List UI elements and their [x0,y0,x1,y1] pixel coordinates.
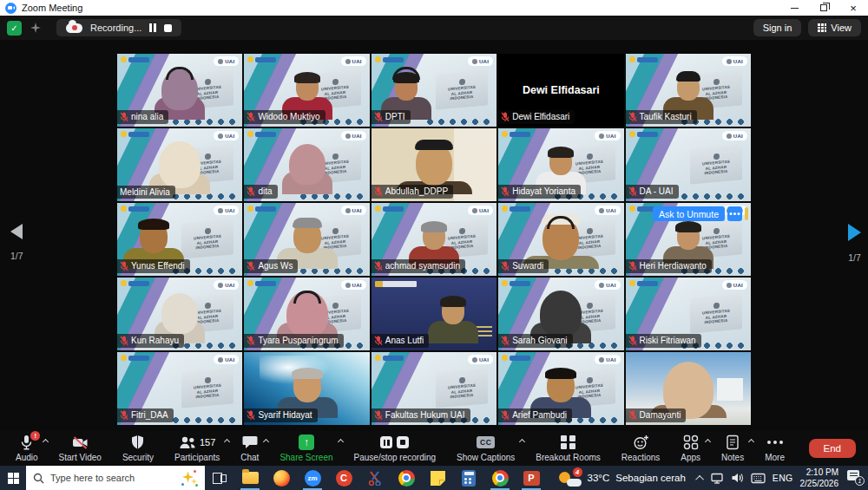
participant-tile[interactable]: UNIVERSITAS AL AZHAR INDONESIA UAI Ask t… [117,128,242,201]
next-page-button[interactable]: 1/7 [848,224,861,263]
participant-tile[interactable]: UNIVERSITAS AL AZHAR INDONESIA UAI Ask t… [372,278,496,350]
notes-icon [726,434,740,450]
muted-mic-icon [501,336,510,346]
uai-logo-badge: UAI [595,280,620,290]
cloud-recording-icon [66,23,82,33]
sticky-notes-icon[interactable] [422,466,453,490]
copilot-sparkle-icon[interactable] [181,470,198,487]
uai-logo-badge: UAI [722,56,747,66]
participant-tile[interactable]: UNIVERSITAS AL AZHAR INDONESIA UAI Ask t… [626,203,751,276]
powerpoint-icon[interactable]: P [516,466,547,490]
menu-indicator[interactable] [745,207,748,220]
taskbar-search[interactable]: Type here to search [26,466,205,490]
end-button[interactable]: End [809,439,856,458]
chevron-up-icon[interactable] [748,439,754,445]
participant-tile[interactable]: UNIVERSITAS AL AZHAR INDONESIA UAI Ask t… [244,203,369,276]
participants-count: 157 [200,437,215,448]
chrome-2-icon[interactable] [484,466,516,490]
chevron-up-icon[interactable] [705,439,711,445]
speaker-icon[interactable] [731,472,744,484]
network-icon[interactable] [711,472,724,484]
minimize-button[interactable] [779,0,809,16]
participant-tile[interactable]: UNIVERSITAS AL AZHAR INDONESIA UAI Ask t… [117,54,242,127]
zoom-icon[interactable]: zm [297,466,328,490]
toolbar-show-captions[interactable]: CCShow Captions [446,431,525,466]
toolbar-more[interactable]: More [754,431,795,466]
close-button[interactable]: × [838,0,868,16]
view-button[interactable]: View [808,19,861,36]
participant-tile[interactable]: UNIVERSITAS AL AZHAR INDONESIA UAI Dewi … [498,54,623,127]
chevron-up-icon[interactable] [337,439,343,445]
file-explorer-icon[interactable] [234,466,266,490]
toolbar-notes[interactable]: Notes [711,431,754,466]
toolbar-start-video[interactable]: Start Video [49,431,112,466]
clock[interactable]: 2:10 PM 2/25/2026 [800,467,839,489]
participant-tile[interactable]: UNIVERSITAS AL AZHAR INDONESIA UAI Ask t… [626,278,751,350]
muted-mic-icon [501,112,510,122]
ask-to-unmute-button[interactable]: Ask to Unmute [653,206,725,221]
weather-widget[interactable]: 4 33°C Sebagian cerah [559,469,686,487]
participant-name-label: Abdullah_DDPP [385,186,448,196]
ai-companion-icon[interactable] [30,23,41,33]
toolbar-reactions[interactable]: Reactions [611,431,670,466]
start-button[interactable] [0,466,26,490]
participant-name-label: Taufik Kasturi [640,112,692,121]
stop-recording-button[interactable] [164,24,172,32]
participant-tile[interactable]: UNIVERSITAS AL AZHAR INDONESIA UAI Ask t… [244,352,369,425]
toolbar-participants[interactable]: 157Participants [164,431,230,466]
pause-recording-button[interactable] [149,23,156,32]
participant-name-label: Damayanti [640,410,681,420]
participant-tile[interactable]: UNIVERSITAS AL AZHAR INDONESIA UAI Ask t… [626,54,751,127]
participant-tile[interactable]: UNIVERSITAS AL AZHAR INDONESIA UAI Ask t… [626,128,751,201]
chevron-up-icon[interactable] [519,439,525,445]
previous-page-arrow-icon[interactable] [10,224,23,239]
toolbar-chat[interactable]: Chat [230,431,269,466]
participant-tile[interactable]: UNIVERSITAS AL AZHAR INDONESIA UAI Ask t… [498,128,623,201]
next-page-arrow-icon[interactable] [848,224,861,241]
previous-page-button[interactable]: 1/7 [10,224,23,261]
participant-tile[interactable]: UNIVERSITAS AL AZHAR INDONESIA UAI Ask t… [498,203,623,276]
chrome-icon[interactable] [391,466,422,490]
kampus-merdeka-badge [121,206,149,212]
toolbar-pause-stop-recording[interactable]: Pause/stop recording [344,431,447,466]
chevron-up-icon[interactable] [43,439,49,445]
participant-tile[interactable]: UNIVERSITAS AL AZHAR INDONESIA UAI Ask t… [372,54,496,127]
participant-tile[interactable]: UNIVERSITAS AL AZHAR INDONESIA UAI Ask t… [372,128,496,201]
calculator-icon[interactable] [453,466,484,490]
chevron-up-icon[interactable] [224,439,230,445]
ccleaner-icon[interactable]: C [328,466,359,490]
windows-logo-icon [8,473,19,484]
kampus-merdeka-badge [247,206,276,212]
participant-name-label: Yunus Effendi [131,261,185,271]
participant-tile[interactable]: UNIVERSITAS AL AZHAR INDONESIA UAI Ask t… [117,203,242,276]
tray-expand-icon[interactable] [695,474,704,483]
name-tag: DA - UAI [626,185,679,199]
participant-tile[interactable]: UNIVERSITAS AL AZHAR INDONESIA UAI Ask t… [372,352,496,425]
toolbar-apps[interactable]: Apps [670,431,711,466]
participant-tile[interactable]: UNIVERSITAS AL AZHAR INDONESIA UAI Ask t… [244,128,369,201]
participant-tile[interactable]: UNIVERSITAS AL AZHAR INDONESIA UAI Ask t… [498,278,623,350]
participant-tile[interactable]: UNIVERSITAS AL AZHAR INDONESIA UAI Ask t… [244,278,369,350]
participant-tile[interactable]: UNIVERSITAS AL AZHAR INDONESIA UAI Ask t… [117,278,242,350]
toolbar-audio[interactable]: !Audio [5,431,49,466]
participant-tile[interactable]: UNIVERSITAS AL AZHAR INDONESIA UAI Ask t… [626,352,751,425]
chevron-up-icon[interactable] [263,439,269,445]
toolbar-share-screen[interactable]: ↑Share Screen [269,431,343,466]
toolbar-breakout-rooms[interactable]: Breakout Rooms [525,431,610,466]
task-view-button[interactable] [205,466,234,490]
snipping-tool-icon[interactable] [359,466,391,490]
kampus-merdeka-badge [502,206,530,212]
participant-tile[interactable]: UNIVERSITAS AL AZHAR INDONESIA UAI Ask t… [372,203,496,276]
participant-tile[interactable]: UNIVERSITAS AL AZHAR INDONESIA UAI Ask t… [117,352,242,425]
participant-tile[interactable]: UNIVERSITAS AL AZHAR INDONESIA UAI Ask t… [498,352,623,425]
sign-in-button[interactable]: Sign in [753,19,802,36]
maximize-button[interactable] [809,0,838,16]
participant-more-button[interactable] [727,206,742,221]
language-indicator[interactable]: ENG [773,473,793,483]
touch-keyboard-icon[interactable] [751,473,766,484]
encryption-shield-icon[interactable] [7,21,22,36]
toolbar-security[interactable]: Security [112,431,164,466]
participant-tile[interactable]: UNIVERSITAS AL AZHAR INDONESIA UAI Ask t… [244,54,369,127]
notification-center-button[interactable]: 1 [847,470,865,486]
firefox-icon[interactable] [266,466,297,490]
